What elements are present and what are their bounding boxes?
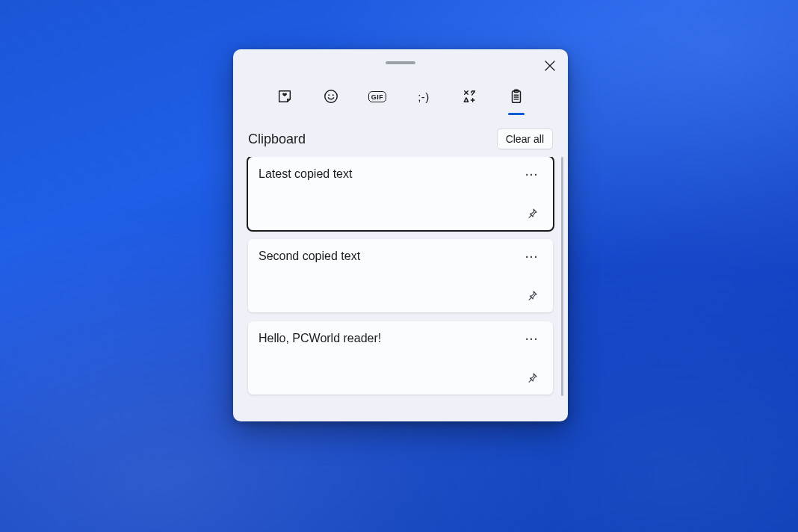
gif-icon: GIF <box>368 91 387 102</box>
tab-symbols[interactable] <box>457 84 483 109</box>
tab-emoji[interactable] <box>318 84 344 109</box>
pin-icon <box>526 208 538 220</box>
pin-icon <box>526 290 538 302</box>
more-icon: ··· <box>525 252 539 262</box>
desktop-background: GIF ;-) Clipb <box>0 0 798 532</box>
tab-recent[interactable] <box>272 84 297 109</box>
kaomoji-icon: ;-) <box>418 90 430 103</box>
tab-kaomoji[interactable]: ;-) <box>411 84 436 109</box>
section-header: Clipboard Clear all <box>233 115 568 157</box>
clipboard-item[interactable]: Hello, PCWorld reader! ··· <box>248 321 553 395</box>
clipboard-icon <box>508 88 525 105</box>
item-pin-button[interactable] <box>522 205 542 223</box>
clipboard-item[interactable]: Latest copied text ··· <box>248 157 553 230</box>
more-icon: ··· <box>525 334 539 344</box>
item-more-button[interactable]: ··· <box>522 330 542 348</box>
item-more-button[interactable]: ··· <box>522 248 542 266</box>
section-title: Clipboard <box>248 132 306 147</box>
clear-all-button[interactable]: Clear all <box>497 129 553 149</box>
emoji-clipboard-panel: GIF ;-) Clipb <box>233 49 568 421</box>
smiley-icon <box>323 88 339 105</box>
panel-titlebar <box>233 49 568 75</box>
item-pin-button[interactable] <box>522 287 542 305</box>
symbols-icon <box>462 88 478 105</box>
close-icon <box>545 61 555 71</box>
svg-point-2 <box>332 94 334 96</box>
scrollbar[interactable] <box>561 157 563 396</box>
sticker-heart-icon <box>276 88 293 105</box>
clipboard-list-wrap: Latest copied text ··· <box>233 157 568 421</box>
svg-point-1 <box>328 94 330 96</box>
drag-handle[interactable] <box>386 61 415 64</box>
close-button[interactable] <box>538 54 562 78</box>
category-tabs: GIF ;-) <box>233 75 568 115</box>
clipboard-item-text: Latest copied text <box>259 166 352 182</box>
clipboard-item-text: Hello, PCWorld reader! <box>259 330 381 347</box>
item-pin-button[interactable] <box>522 369 542 387</box>
tab-clipboard[interactable] <box>504 84 529 109</box>
clipboard-item[interactable]: Second copied text ··· <box>248 239 553 312</box>
item-more-button[interactable]: ··· <box>522 166 542 184</box>
clipboard-list: Latest copied text ··· <box>248 157 557 421</box>
tab-gif[interactable]: GIF <box>365 84 390 109</box>
more-icon: ··· <box>525 170 539 180</box>
pin-icon <box>526 372 538 384</box>
svg-point-0 <box>325 90 338 103</box>
clipboard-item-text: Second copied text <box>259 248 360 265</box>
